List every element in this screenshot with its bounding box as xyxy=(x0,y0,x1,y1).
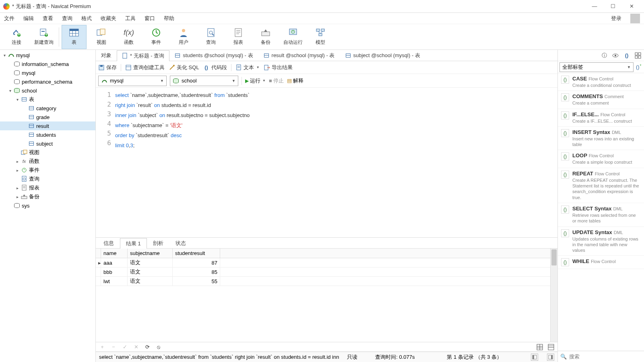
ribbon-table[interactable]: 表 xyxy=(62,25,87,49)
tree-db-sys[interactable]: sys xyxy=(0,201,95,210)
tree-folder-backups[interactable]: ▸备份 xyxy=(0,192,95,201)
ribbon-backup[interactable]: 备份 xyxy=(253,25,278,49)
eye-icon[interactable] xyxy=(612,52,619,59)
menu-edit[interactable]: 编辑 xyxy=(23,15,34,22)
tree-table-grade[interactable]: grade xyxy=(0,113,95,121)
ribbon-auto[interactable]: 自动运行 xyxy=(281,25,305,49)
tags-combo[interactable]: 全部标签 ▼ xyxy=(559,62,634,72)
menu-file[interactable]: 文件 xyxy=(4,15,14,22)
tree-folder-events[interactable]: ▸事件 xyxy=(0,166,95,175)
tree-folder-reports[interactable]: ▸报表 xyxy=(0,183,95,192)
col-subjectname[interactable]: subjectname xyxy=(128,249,173,258)
tab-students[interactable]: students @school (mysql) - 表 xyxy=(169,50,258,61)
snippet-item[interactable]: ()WHILEFlow Control xyxy=(558,256,644,269)
tab-subject[interactable]: subject @school (mysql) - 表 xyxy=(340,50,425,61)
menu-view[interactable]: 查看 xyxy=(43,15,53,22)
col-studentresult[interactable]: studentresult xyxy=(173,249,220,258)
maximize-button[interactable]: ☐ xyxy=(604,1,622,12)
ribbon-event[interactable]: 事件 xyxy=(144,25,169,49)
tree-table-students[interactable]: students xyxy=(0,130,95,139)
explain-button[interactable]: ▤解释 xyxy=(287,77,303,84)
cancel-edit-button[interactable]: ✕ xyxy=(133,344,139,350)
ribbon-newquery[interactable]: + 新建查询 xyxy=(31,25,56,49)
tree-db-school[interactable]: ▾school xyxy=(0,86,95,95)
export-result-button[interactable]: 导出结果 xyxy=(264,64,293,71)
tree-folder-queries[interactable]: 查询 xyxy=(0,175,95,183)
query-builder-button[interactable]: 查询创建工具 xyxy=(125,64,165,71)
run-button[interactable]: ▶运行▼ xyxy=(245,77,266,84)
menu-format[interactable]: 格式 xyxy=(81,15,92,22)
apply-button[interactable]: ✓ xyxy=(122,344,128,350)
search-input[interactable] xyxy=(569,354,642,360)
tree-db-mysql[interactable]: mysql xyxy=(0,68,95,77)
form-view-icon[interactable] xyxy=(548,344,554,350)
page-prev-button[interactable] xyxy=(531,354,538,361)
ribbon-model[interactable]: 模型 xyxy=(308,25,333,49)
tree-connection[interactable]: ▾mysql xyxy=(0,51,95,60)
add-row-button[interactable]: + xyxy=(99,344,105,350)
stop-button[interactable]: ■停止 xyxy=(269,77,284,84)
beautify-sql-button[interactable]: 美化 SQL xyxy=(169,64,199,71)
delete-row-button[interactable]: − xyxy=(110,344,117,350)
menu-help[interactable]: 帮助 xyxy=(164,15,174,22)
table-row[interactable]: bbb 语文 85 xyxy=(96,267,550,277)
snippet-list[interactable]: ()CASEFlow ControlCreate a conditional c… xyxy=(558,73,644,351)
tree-db-information-schema[interactable]: information_schema xyxy=(0,60,95,68)
minimize-button[interactable]: — xyxy=(585,1,604,12)
database-combo[interactable]: school ▼ xyxy=(170,76,238,86)
col-name[interactable]: name xyxy=(101,249,128,258)
tree-folder-functions[interactable]: ▸fx函数 xyxy=(0,157,95,166)
rtab-result1[interactable]: 结果 1 xyxy=(120,238,147,249)
stop-fetch-button[interactable]: ⦸ xyxy=(155,344,162,350)
tree-table-result[interactable]: result xyxy=(0,121,95,130)
ribbon-view[interactable]: 视图 xyxy=(89,25,114,49)
snippet-item[interactable]: ()UPDATE SyntaxDMLUpdates columns of exi… xyxy=(558,227,644,256)
text-button[interactable]: 文本▼ xyxy=(235,64,260,71)
add-snippet-button[interactable]: ()+ xyxy=(635,64,642,71)
tab-result[interactable]: result @school (mysql) - 表 xyxy=(258,50,340,61)
menu-login[interactable]: 登录 xyxy=(611,15,621,22)
snippet-item[interactable]: ()COMMENTSCommentCreate a comment xyxy=(558,91,644,109)
grid-icon[interactable] xyxy=(634,52,642,59)
tab-objects[interactable]: 对象 xyxy=(96,50,117,61)
table-row[interactable]: ▸ aaa 语文 87 xyxy=(96,258,550,267)
tree-table-category[interactable]: category xyxy=(0,104,95,113)
snippet-item[interactable]: ()SELECT SyntaxDMLRetrieve rows selected… xyxy=(558,203,644,227)
ribbon-user[interactable]: 用户 xyxy=(171,25,196,49)
info-icon[interactable]: ⓘ xyxy=(601,52,608,59)
ribbon-connect[interactable]: + 连接 xyxy=(4,25,29,49)
menu-tools[interactable]: 工具 xyxy=(125,15,136,22)
ribbon-query[interactable]: 查询 xyxy=(198,25,223,49)
snippet-item[interactable]: ()INSERT SyntaxDMLInsert new rows into a… xyxy=(558,127,644,150)
menu-query[interactable]: 查询 xyxy=(62,15,72,22)
menu-window[interactable]: 窗口 xyxy=(144,15,155,22)
tree-db-performance-schema[interactable]: performance_schema xyxy=(0,77,95,86)
page-next-button[interactable] xyxy=(547,354,554,361)
close-button[interactable]: ✕ xyxy=(622,1,641,12)
refresh-button[interactable]: ⟳ xyxy=(144,344,151,350)
rtab-profile[interactable]: 剖析 xyxy=(147,238,169,248)
rtab-status[interactable]: 状态 xyxy=(169,238,192,248)
menu-fav[interactable]: 收藏夹 xyxy=(101,15,116,22)
ribbon-fn[interactable]: f(x) 函数 xyxy=(116,25,141,49)
sql-editor[interactable]: 123456 select `name`,subjectname,`studen… xyxy=(96,88,557,237)
snippet-item[interactable]: ()LOOPFlow ControlCreate a simple loop c… xyxy=(558,150,644,168)
grid-scrollbar[interactable] xyxy=(550,249,557,342)
result-grid[interactable]: name subjectname studentresult ▸ aaa 语文 … xyxy=(96,249,550,342)
rtab-info[interactable]: 信息 xyxy=(97,238,120,248)
ribbon-report[interactable]: 报表 xyxy=(226,25,251,49)
sql-code[interactable]: select `name`,subjectname,`studentresult… xyxy=(115,88,557,237)
tree-folder-views[interactable]: 视图 xyxy=(0,148,95,157)
snippet-item[interactable]: ()IF...ELSE...Flow ControlCreate a IF...… xyxy=(558,109,644,127)
braces-icon[interactable]: () xyxy=(623,52,630,59)
snippet-item[interactable]: ()CASEFlow ControlCreate a conditional c… xyxy=(558,73,644,91)
table-row[interactable]: lwt 语文 55 xyxy=(96,277,550,286)
avatar[interactable] xyxy=(630,14,640,23)
save-button[interactable]: 保存 xyxy=(98,64,117,71)
grid-view-icon[interactable] xyxy=(537,344,543,350)
snippet-item[interactable]: ()REPEATFlow ControlCreate A REPEAT cons… xyxy=(558,168,644,203)
tab-untitled-query[interactable]: * 无标题 - 查询 xyxy=(117,50,169,61)
connection-combo[interactable]: mysql ▼ xyxy=(98,76,167,86)
code-snippet-button[interactable]: ()代码段 xyxy=(203,64,227,71)
tree-folder-tables[interactable]: ▾表 xyxy=(0,95,95,104)
